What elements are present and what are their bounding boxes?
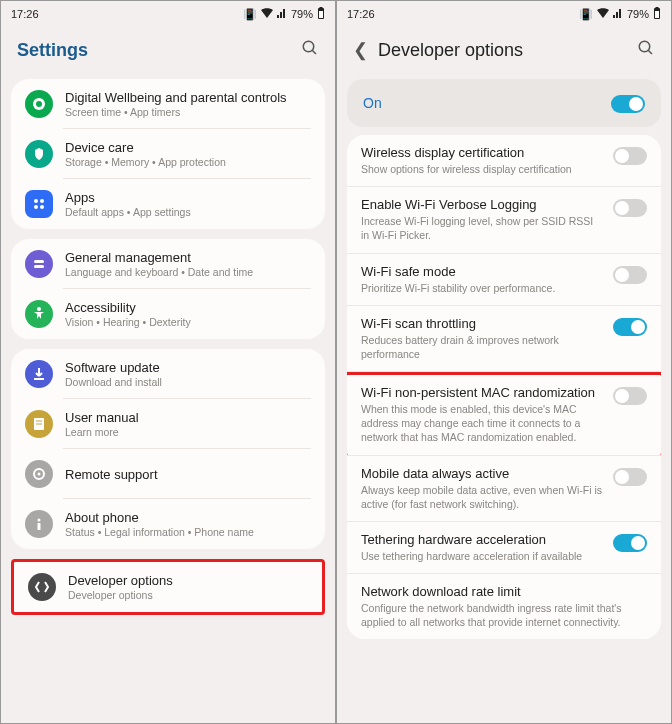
item-subtitle: Storage • Memory • App protection — [65, 156, 311, 168]
option-title: Wi-Fi non-persistent MAC randomization — [361, 385, 603, 400]
general-icon — [25, 250, 53, 278]
item-subtitle: Language and keyboard • Date and time — [65, 266, 311, 278]
option-subtitle: Configure the network bandwidth ingress … — [361, 601, 647, 629]
master-toggle[interactable] — [611, 95, 645, 113]
option-title: Wi-Fi safe mode — [361, 264, 603, 279]
option-title: Mobile data always active — [361, 466, 603, 481]
developer-options-screen: 17:26 📳 79% ❮ Developer options On Wirel… — [336, 0, 672, 724]
settings-item[interactable]: About phoneStatus • Legal information • … — [11, 499, 325, 549]
settings-list[interactable]: Digital Wellbeing and parental controlsS… — [1, 79, 335, 723]
item-title: Digital Wellbeing and parental controls — [65, 90, 311, 105]
battery-icon — [317, 7, 325, 21]
settings-item[interactable]: AccessibilityVision • Hearing • Dexterit… — [11, 289, 325, 339]
svg-point-7 — [34, 199, 38, 203]
settings-group: Developer optionsDeveloper options — [11, 559, 325, 615]
svg-point-13 — [37, 307, 41, 311]
search-icon[interactable] — [301, 39, 319, 61]
svg-point-6 — [36, 101, 42, 107]
option-title: Wi-Fi scan throttling — [361, 316, 603, 331]
settings-item[interactable]: General managementLanguage and keyboard … — [11, 239, 325, 289]
item-title: About phone — [65, 510, 311, 525]
option-toggle[interactable] — [613, 468, 647, 486]
option-toggle[interactable] — [613, 387, 647, 405]
settings-item[interactable]: User manualLearn more — [11, 399, 325, 449]
item-title: Remote support — [65, 467, 311, 482]
option-subtitle: Always keep mobile data active, even whe… — [361, 483, 603, 511]
settings-item[interactable]: Digital Wellbeing and parental controlsS… — [11, 79, 325, 129]
item-title: Developer options — [68, 573, 308, 588]
item-subtitle: Download and install — [65, 376, 311, 388]
battery-percent: 79% — [291, 8, 313, 20]
dev-option-row[interactable]: Wireless display certificationShow optio… — [347, 135, 661, 187]
settings-screen: 17:26 📳 79% Settings Digital Wellbeing a… — [0, 0, 336, 724]
option-subtitle: Increase Wi-Fi logging level, show per S… — [361, 214, 603, 242]
dev-option-row[interactable]: Mobile data always activeAlways keep mob… — [347, 456, 661, 522]
page-title: Developer options — [378, 40, 523, 61]
header: Settings — [1, 27, 335, 79]
settings-item[interactable]: Device careStorage • Memory • App protec… — [11, 129, 325, 179]
accessibility-icon — [25, 300, 53, 328]
svg-point-10 — [40, 205, 44, 209]
option-title: Network download rate limit — [361, 584, 647, 599]
search-icon[interactable] — [637, 39, 655, 61]
item-title: Accessibility — [65, 300, 311, 315]
settings-group: Software updateDownload and installUser … — [11, 349, 325, 549]
developer-icon — [28, 573, 56, 601]
item-title: Apps — [65, 190, 311, 205]
settings-item[interactable]: Remote support — [11, 449, 325, 499]
item-title: General management — [65, 250, 311, 265]
option-toggle[interactable] — [613, 534, 647, 552]
settings-group: Digital Wellbeing and parental controlsS… — [11, 79, 325, 229]
settings-item[interactable]: AppsDefault apps • App settings — [11, 179, 325, 229]
option-toggle[interactable] — [613, 266, 647, 284]
svg-rect-23 — [655, 11, 659, 18]
item-subtitle: Learn more — [65, 426, 311, 438]
item-title: User manual — [65, 410, 311, 425]
svg-rect-11 — [34, 260, 44, 263]
settings-group: General managementLanguage and keyboard … — [11, 239, 325, 339]
status-time: 17:26 — [11, 8, 39, 20]
settings-item[interactable]: Software updateDownload and install — [11, 349, 325, 399]
dev-option-row[interactable]: Tethering hardware accelerationUse tethe… — [347, 522, 661, 574]
item-subtitle: Status • Legal information • Phone name — [65, 526, 311, 538]
option-toggle[interactable] — [613, 318, 647, 336]
svg-point-18 — [38, 473, 41, 476]
option-title: Tethering hardware acceleration — [361, 532, 603, 547]
vibrate-icon: 📳 — [243, 8, 257, 21]
dev-option-row[interactable]: Network download rate limitConfigure the… — [347, 574, 661, 639]
care-icon — [25, 140, 53, 168]
dev-option-row[interactable]: Wi-Fi non-persistent MAC randomizationWh… — [347, 372, 661, 456]
svg-point-24 — [639, 41, 650, 52]
settings-item[interactable]: Developer optionsDeveloper options — [14, 562, 322, 612]
battery-percent: 79% — [627, 8, 649, 20]
dev-option-row[interactable]: Wi-Fi safe modePrioritize Wi-Fi stabilit… — [347, 254, 661, 306]
master-toggle-label: On — [363, 95, 382, 111]
option-subtitle: Show options for wireless display certif… — [361, 162, 603, 176]
signal-icon — [277, 8, 287, 20]
svg-rect-20 — [38, 523, 41, 530]
option-toggle[interactable] — [613, 199, 647, 217]
svg-point-19 — [38, 519, 41, 522]
manual-icon — [25, 410, 53, 438]
option-subtitle: Use tethering hardware acceleration if a… — [361, 549, 603, 563]
svg-rect-12 — [34, 265, 44, 268]
dev-option-row[interactable]: Enable Wi-Fi Verbose LoggingIncrease Wi-… — [347, 187, 661, 253]
wifi-icon — [261, 8, 273, 20]
page-title: Settings — [17, 40, 88, 61]
dev-option-row[interactable]: Wi-Fi scan throttlingReduces battery dra… — [347, 306, 661, 372]
master-toggle-row[interactable]: On — [347, 79, 661, 127]
status-time: 17:26 — [347, 8, 375, 20]
dev-options-list[interactable]: On Wireless display certificationShow op… — [337, 79, 671, 723]
about-icon — [25, 510, 53, 538]
apps-icon — [25, 190, 53, 218]
svg-rect-22 — [656, 7, 659, 9]
svg-point-3 — [303, 41, 314, 52]
option-title: Wireless display certification — [361, 145, 603, 160]
option-toggle[interactable] — [613, 147, 647, 165]
option-subtitle: When this mode is enabled, this device's… — [361, 402, 603, 445]
wifi-icon — [597, 8, 609, 20]
back-icon[interactable]: ❮ — [353, 39, 368, 61]
option-subtitle: Reduces battery drain & improves network… — [361, 333, 603, 361]
status-bar: 17:26 📳 79% — [1, 1, 335, 27]
svg-line-25 — [648, 50, 652, 54]
